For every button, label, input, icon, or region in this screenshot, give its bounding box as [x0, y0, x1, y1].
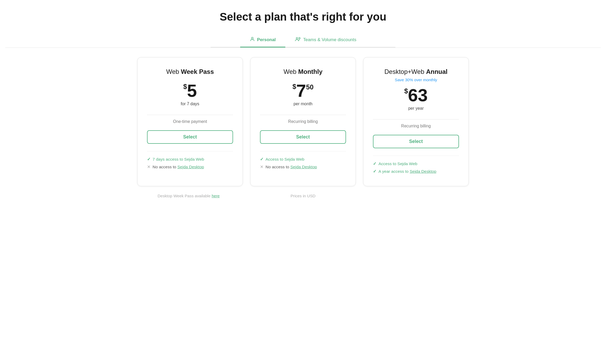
tab-teams[interactable]: Teams & Volume discounts: [285, 33, 366, 47]
tab-personal[interactable]: Personal: [240, 33, 285, 47]
plan-name-bold-week-pass: Week Pass: [181, 68, 214, 75]
check-icon-5: ✓: [373, 161, 376, 166]
price-cents-monthly: 50: [306, 84, 314, 91]
footer-item-3: [364, 193, 470, 198]
price-block-annual: $ 63: [373, 86, 459, 104]
feature-annual-1: ✓ Access to Sejda Web: [373, 161, 459, 166]
plan-card-monthly: Web Monthly $ 7 50 per month Recurring b…: [250, 57, 356, 186]
plans-container: Web Week Pass $ 5 for 7 days One-time pa…: [131, 57, 475, 186]
feature-monthly-1: ✓ Access to Sejda Web: [260, 157, 346, 162]
feature-week-pass-2: ✕ No access to Sejda Desktop: [147, 164, 233, 169]
footer-row: Desktop Week Pass available here Prices …: [131, 193, 475, 198]
group-icon: [295, 36, 301, 43]
cross-icon-2: ✕: [147, 164, 150, 169]
page-title: Select a plan that's right for you: [5, 11, 601, 23]
plan-name-annual: Desktop+Web Annual: [373, 68, 459, 75]
features-list-week-pass: ✓ 7 days access to Sejda Web ✕ No access…: [147, 157, 233, 172]
price-period-monthly: per month: [260, 102, 346, 106]
price-amount-monthly: 7: [296, 82, 306, 99]
select-button-week-pass[interactable]: Select: [147, 130, 233, 144]
feature-annual-2: ✓ A year access to Sejda Desktop: [373, 169, 459, 174]
price-currency-monthly: $: [292, 83, 296, 90]
person-icon: [250, 36, 255, 43]
check-icon-1: ✓: [147, 157, 150, 162]
billing-type-annual: Recurring billing: [373, 124, 459, 128]
cross-icon-4: ✕: [260, 164, 263, 169]
price-period-annual: per year: [373, 106, 459, 111]
price-main-monthly: $ 7 50: [292, 82, 314, 99]
footer-item-2: Prices in USD: [250, 193, 356, 198]
features-divider-week-pass: [147, 151, 233, 151]
price-currency-annual: $: [404, 88, 408, 95]
feature-text-4: No access to Sejda Desktop: [266, 165, 317, 169]
features-list-monthly: ✓ Access to Sejda Web ✕ No access to Sej…: [260, 157, 346, 172]
svg-point-2: [299, 37, 300, 39]
price-currency-week-pass: $: [183, 83, 187, 90]
price-block-monthly: $ 7 50: [260, 82, 346, 99]
plan-name-monthly: Web Monthly: [260, 68, 346, 75]
feature-text-6: A year access to Sejda Desktop: [378, 169, 436, 174]
feature-week-pass-1: ✓ 7 days access to Sejda Web: [147, 157, 233, 162]
plan-name-bold-monthly: Monthly: [298, 68, 323, 75]
plan-card-annual: Desktop+Web Annual Save 30% over monthly…: [363, 57, 469, 186]
feature-text-5: Access to Sejda Web: [378, 161, 417, 166]
plan-name-bold-annual: Annual: [426, 68, 447, 75]
select-button-monthly[interactable]: Select: [260, 130, 346, 144]
footer-note-2: Prices in USD: [250, 194, 356, 198]
tab-divider: [5, 47, 601, 48]
price-divider-week-pass: [147, 115, 233, 115]
sejda-desktop-link-1[interactable]: Sejda Desktop: [177, 165, 204, 169]
feature-monthly-2: ✕ No access to Sejda Desktop: [260, 164, 346, 169]
tab-teams-label: Teams & Volume discounts: [303, 37, 356, 42]
billing-type-monthly: Recurring billing: [260, 119, 346, 124]
save-badge-annual: Save 30% over monthly: [373, 78, 459, 82]
billing-type-week-pass: One-time payment: [147, 119, 233, 124]
price-period-week-pass: for 7 days: [147, 102, 233, 106]
price-main-annual: $ 63: [404, 86, 428, 104]
check-icon-6: ✓: [373, 169, 376, 174]
plan-card-week-pass: Web Week Pass $ 5 for 7 days One-time pa…: [137, 57, 243, 186]
feature-text-2: No access to Sejda Desktop: [153, 165, 204, 169]
price-amount-annual: 63: [408, 86, 428, 104]
tab-personal-label: Personal: [257, 37, 276, 42]
features-divider-monthly: [260, 151, 346, 151]
sejda-desktop-link-3[interactable]: Sejda Desktop: [410, 169, 436, 174]
feature-text-1: 7 days access to Sejda Web: [153, 157, 204, 162]
footer-note-1: Desktop Week Pass available here: [136, 194, 242, 198]
tabs: Personal Teams & Volume discounts: [211, 33, 395, 47]
svg-point-1: [296, 37, 298, 39]
sejda-desktop-link-2[interactable]: Sejda Desktop: [290, 165, 317, 169]
check-icon-3: ✓: [260, 157, 263, 162]
price-main-week-pass: $ 5: [183, 82, 197, 99]
features-list-annual: ✓ Access to Sejda Web ✓ A year access to…: [373, 161, 459, 176]
select-button-annual[interactable]: Select: [373, 135, 459, 148]
price-block-week-pass: $ 5: [147, 82, 233, 99]
price-divider-annual: [373, 119, 459, 119]
tabs-container: Personal Teams & Volume discounts: [5, 33, 601, 47]
svg-point-0: [251, 37, 253, 39]
price-divider-monthly: [260, 115, 346, 115]
features-divider-annual: [373, 156, 459, 156]
plan-name-week-pass: Web Week Pass: [147, 68, 233, 75]
footer-item-1: Desktop Week Pass available here: [136, 193, 242, 198]
price-amount-week-pass: 5: [187, 82, 197, 99]
feature-text-3: Access to Sejda Web: [266, 157, 304, 162]
desktop-week-pass-link[interactable]: here: [212, 194, 220, 198]
